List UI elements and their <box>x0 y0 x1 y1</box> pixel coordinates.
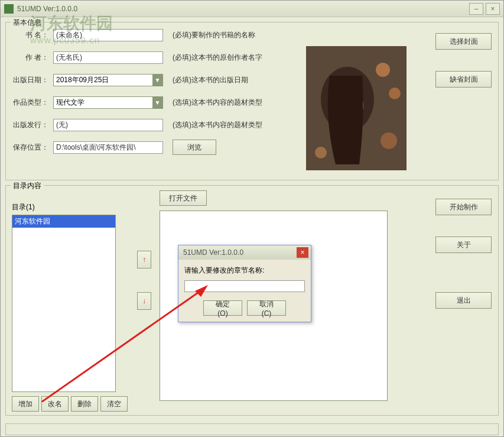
toc-legend: 目录内容 <box>11 181 44 191</box>
close-button[interactable]: × <box>486 3 500 15</box>
author-input[interactable] <box>53 51 163 64</box>
save-path-input[interactable] <box>53 141 163 154</box>
minimize-button[interactable]: – <box>469 3 483 15</box>
main-window: 51UMD Ver:1.0.0.0 – × 河东软件园 www.pc0359.c… <box>0 0 504 437</box>
move-down-button[interactable]: ↓ <box>137 292 151 310</box>
about-button[interactable]: 关于 <box>435 237 492 253</box>
svg-point-4 <box>389 88 401 99</box>
basic-info-group: 基本信息 书 名： (必填)要制作的书籍的名称 作 者： (必填)这本书的原创作… <box>5 22 499 180</box>
open-file-button[interactable]: 打开文件 <box>160 190 207 206</box>
dialog-close-button[interactable]: × <box>297 247 308 258</box>
genre-label: 作品类型： <box>12 98 53 108</box>
arrow-up-icon: ↑ <box>142 255 146 264</box>
dialog-titlebar: 51UMD Ver:1.0.0.0 × <box>178 245 311 260</box>
toc-listbox[interactable]: 河东软件园 <box>12 215 116 392</box>
dialog-prompt: 请输入要修改的章节名称: <box>184 266 305 276</box>
rename-dialog: 51UMD Ver:1.0.0.0 × 请输入要修改的章节名称: 确定(O) 取… <box>178 245 311 322</box>
cancel-button[interactable]: 取消(C) <box>247 300 286 316</box>
titlebar: 51UMD Ver:1.0.0.0 – × <box>1 1 503 17</box>
svg-point-3 <box>376 63 390 77</box>
chapter-name-input[interactable] <box>184 280 305 292</box>
pub-date-hint: (必填)这本书的出版日期 <box>173 75 248 85</box>
browse-button[interactable]: 浏览 <box>173 140 216 155</box>
cover-placeholder-icon <box>306 46 407 170</box>
add-button[interactable]: 增加 <box>12 396 39 412</box>
app-icon <box>4 4 14 14</box>
pub-date-label: 出版日期： <box>12 75 53 85</box>
select-cover-button[interactable]: 选择封面 <box>435 33 492 50</box>
publisher-hint: (选填)这本书内容的题材类型 <box>173 120 262 130</box>
ok-button[interactable]: 确定(O) <box>203 300 242 316</box>
basic-info-legend: 基本信息 <box>11 18 44 28</box>
statusbar <box>5 423 499 435</box>
default-cover-button[interactable]: 缺省封面 <box>435 71 492 88</box>
genre-combo[interactable]: 现代文学 ▼ <box>53 96 163 109</box>
save-path-label: 保存位置： <box>12 143 53 153</box>
list-item[interactable]: 河东软件园 <box>12 215 115 228</box>
delete-button[interactable]: 删除 <box>71 396 98 412</box>
arrow-down-icon: ↓ <box>142 297 146 305</box>
pub-date-combo[interactable]: 2018年09月25日 ▼ <box>53 74 163 86</box>
svg-point-5 <box>381 132 397 149</box>
author-hint: (必填)这本书的原创作者名字 <box>173 53 262 63</box>
cover-image <box>306 46 407 170</box>
genre-hint: (选填)这本书内容的题材类型 <box>173 98 262 108</box>
publisher-input[interactable] <box>53 119 163 131</box>
exit-button[interactable]: 退出 <box>435 292 492 309</box>
pub-date-value: 2018年09月25日 <box>54 75 152 85</box>
chevron-down-icon[interactable]: ▼ <box>152 97 162 108</box>
move-up-button[interactable]: ↑ <box>137 251 151 268</box>
book-name-label: 书 名： <box>12 30 53 40</box>
author-label: 作 者： <box>12 53 53 63</box>
genre-value: 现代文学 <box>54 98 152 108</box>
chevron-down-icon[interactable]: ▼ <box>152 75 162 86</box>
toc-list-label: 目录(1) <box>12 202 130 212</box>
clear-button[interactable]: 清空 <box>100 396 128 412</box>
publisher-label: 出版发行： <box>12 120 53 130</box>
book-name-input[interactable] <box>53 29 163 41</box>
dialog-title: 51UMD Ver:1.0.0.0 <box>181 248 297 257</box>
window-title: 51UMD Ver:1.0.0.0 <box>17 5 469 13</box>
close-icon: × <box>300 248 304 257</box>
start-make-button[interactable]: 开始制作 <box>435 199 492 215</box>
svg-point-6 <box>315 147 327 158</box>
rename-button[interactable]: 改名 <box>41 396 69 412</box>
book-name-hint: (必填)要制作的书籍的名称 <box>173 30 255 40</box>
